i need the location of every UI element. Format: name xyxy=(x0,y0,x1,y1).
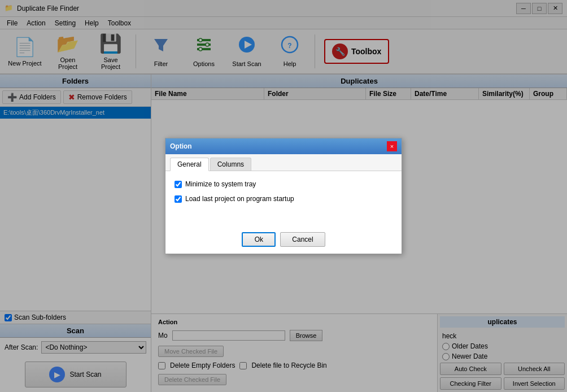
dialog-footer: Ok Cancel xyxy=(165,228,402,254)
dialog-title-bar: Option × xyxy=(165,138,402,154)
dialog-title: Option xyxy=(170,142,192,150)
dialog-body: Minimize to system tray Load last projec… xyxy=(165,171,402,228)
option-dialog: Option × General Columns Minimize to sys… xyxy=(165,138,402,254)
load-last-checkbox[interactable] xyxy=(175,195,182,203)
load-last-label: Load last project on program startup xyxy=(185,195,294,203)
minimize-tray-label: Minimize to system tray xyxy=(185,180,256,188)
dialog-tab-columns[interactable]: Columns xyxy=(210,158,251,171)
load-last-row: Load last project on program startup xyxy=(175,195,392,203)
dialog-tabs: General Columns xyxy=(165,154,402,171)
minimize-tray-checkbox[interactable] xyxy=(175,181,182,188)
dialog-tab-general[interactable]: General xyxy=(170,158,209,171)
dialog-close-button[interactable]: × xyxy=(387,141,397,151)
minimize-row: Minimize to system tray xyxy=(175,180,392,188)
dialog-ok-button[interactable]: Ok xyxy=(242,232,276,247)
dialog-overlay: Option × General Columns Minimize to sys… xyxy=(0,0,567,392)
dialog-cancel-button[interactable]: Cancel xyxy=(280,232,325,247)
